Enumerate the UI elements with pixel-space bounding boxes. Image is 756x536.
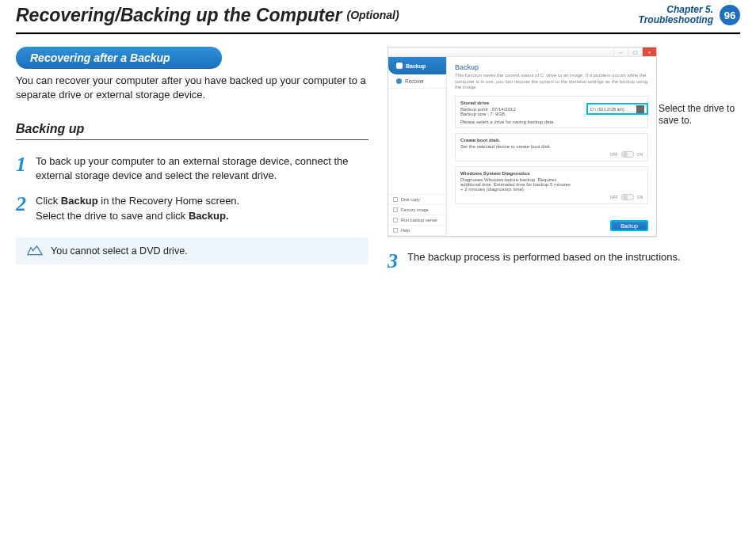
sidebar-item-recover[interactable]: Recover (388, 74, 446, 89)
section-diagnostics: Windows System Diagnostics Diagnoses Win… (455, 166, 648, 204)
step-number: 3 (388, 251, 398, 272)
boot-disk-toggle[interactable] (621, 151, 634, 158)
step-3-text: The backup process is performed based on… (407, 251, 681, 272)
section-intro: You can recover your computer after you … (16, 74, 368, 101)
drive-select-dropdown[interactable]: D:\ (921.2GB left) (586, 103, 648, 115)
chapter-label: Chapter 5. Troubleshooting (639, 5, 713, 25)
note-icon (27, 245, 43, 257)
sidebar-item-help[interactable]: Help (388, 226, 446, 236)
diagnostics-toggle[interactable] (621, 194, 634, 200)
note-box: You cannot select a DVD drive. (16, 238, 368, 264)
page-title: Recovering/Backing up the Computer (16, 5, 342, 26)
page-number: 96 (720, 5, 740, 25)
panel-desc: This function saves the current status o… (455, 73, 648, 91)
step-3: 3 The backup process is performed based … (388, 251, 740, 272)
main-panel: Backup This function saves the current s… (447, 57, 656, 236)
page-title-optional: (Optional) (347, 9, 399, 21)
section-boot-disk: Create boot disk. Set the selected devic… (455, 133, 648, 162)
step-1-text: To back up your computer to an external … (36, 154, 368, 183)
subheading-backing-up: Backing up (16, 122, 368, 140)
step-2-text: Click Backup in the Recovery Home screen… (36, 194, 239, 222)
step-number: 1 (16, 154, 26, 183)
window-maximize-button[interactable]: ▢ (628, 48, 642, 56)
note-text: You cannot select a DVD drive. (51, 245, 188, 257)
window-minimize-button[interactable]: – (613, 48, 628, 56)
window-titlebar: – ▢ × (388, 48, 656, 57)
header-rule (16, 32, 740, 34)
window-close-button[interactable]: × (642, 48, 656, 56)
sidebar-item-runserver[interactable]: Run backup server (388, 215, 446, 226)
sidebar: Backup Recover Disk copy Factory image R… (388, 57, 447, 236)
screenshot-wrapper: Select the drive to save to. – ▢ × Backu… (388, 47, 740, 237)
step-1: 1 To back up your computer to an externa… (16, 154, 368, 183)
sidebar-item-factory[interactable]: Factory image (388, 205, 446, 215)
sidebar-item-diskcopy[interactable]: Disk copy (388, 195, 446, 205)
sidebar-footer: Disk copy Factory image Run backup serve… (388, 194, 446, 236)
panel-title: Backup (455, 63, 648, 71)
step-2: 2 Click Backup in the Recovery Home scre… (16, 194, 368, 222)
backup-icon (396, 63, 403, 69)
chevron-down-icon (636, 105, 644, 113)
recover-icon (396, 78, 402, 84)
sidebar-item-backup[interactable]: Backup (388, 57, 446, 74)
app-screenshot: – ▢ × Backup Recover (388, 47, 657, 237)
section-heading-pill: Recovering after a Backup (16, 47, 222, 69)
backup-button[interactable]: Backup (610, 220, 648, 231)
callout-text: Select the drive to save to. (659, 103, 740, 127)
page-header: Recovering/Backing up the Computer (Opti… (16, 0, 740, 26)
step-number: 2 (16, 194, 26, 222)
